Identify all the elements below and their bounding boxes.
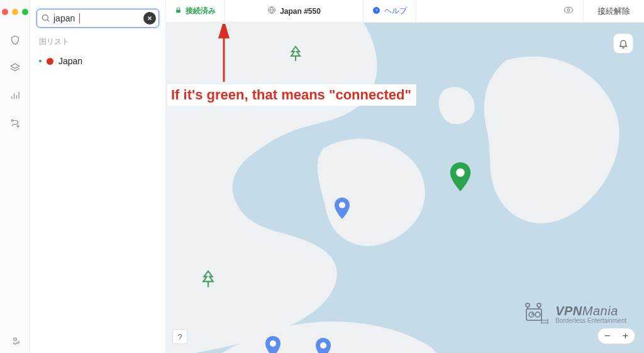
help-link[interactable]: ? ヘルプ — [364, 0, 416, 22]
main-panel: 接続済み Japan #550 ? ヘルプ 接続解除 — [166, 0, 644, 353]
svg-point-17 — [526, 303, 530, 307]
svg-point-12 — [456, 168, 465, 177]
eye-icon[interactable] — [563, 4, 574, 18]
tree-icon — [201, 269, 215, 291]
route-icon[interactable] — [5, 113, 25, 133]
text-cursor — [79, 13, 80, 23]
left-rail — [0, 0, 30, 353]
help-icon: ? — [372, 6, 380, 16]
map-pin-blue[interactable] — [265, 336, 281, 353]
bell-icon — [618, 38, 628, 48]
svg-point-11 — [320, 342, 326, 349]
globe-icon — [267, 6, 276, 16]
map-pin-blue[interactable] — [315, 338, 331, 353]
zoom-control: − + — [597, 328, 635, 344]
server-label: Japan #550 — [280, 7, 321, 16]
clear-search-button[interactable] — [143, 12, 156, 25]
server-indicator[interactable]: Japan #550 — [225, 0, 364, 22]
svg-point-8 — [567, 9, 570, 11]
flag-japan-icon — [47, 58, 53, 65]
connection-status: 接続済み — [166, 0, 225, 22]
zoom-in-button[interactable]: + — [616, 330, 635, 342]
svg-point-3 — [43, 15, 48, 21]
lock-icon — [175, 7, 182, 16]
map-help-button[interactable]: ? — [172, 329, 187, 344]
minimize-window-icon[interactable] — [12, 9, 18, 15]
svg-point-16 — [535, 312, 540, 317]
svg-point-2 — [13, 338, 16, 341]
disconnect-label: 接続解除 — [597, 6, 630, 17]
svg-point-0 — [11, 120, 13, 121]
country-list-header: 国リスト — [39, 36, 157, 47]
camera-icon — [523, 303, 549, 325]
stats-icon[interactable] — [5, 86, 25, 106]
connection-status-label: 接続済み — [186, 6, 216, 16]
settings-gear-icon[interactable] — [5, 329, 25, 349]
svg-text:?: ? — [375, 8, 377, 13]
map-pin-green-connected[interactable] — [449, 162, 472, 191]
country-item-japan[interactable]: Japan — [36, 52, 159, 70]
status-dot-icon — [39, 60, 42, 62]
watermark-tagline: Borderless Entertainment — [555, 317, 626, 324]
watermark-brand-sub: Mania — [582, 304, 618, 318]
tree-icon — [289, 45, 302, 64]
sidebar: 国リスト Japan — [30, 0, 166, 353]
topbar-right — [554, 0, 583, 22]
watermark-brand-main: VPN — [555, 304, 582, 318]
help-label: ヘルプ — [384, 6, 407, 16]
notifications-button[interactable] — [614, 34, 633, 53]
window-controls — [2, 5, 28, 26]
shield-icon[interactable] — [5, 30, 25, 50]
zoom-out-button[interactable]: − — [598, 330, 616, 342]
svg-point-18 — [537, 303, 541, 307]
annotation-text: If it's green, that means "connected" — [167, 84, 416, 106]
svg-point-7 — [564, 8, 573, 13]
map-canvas[interactable]: If it's green, that means "connected" VP… — [166, 23, 644, 353]
search-icon — [41, 13, 50, 25]
country-label: Japan — [58, 56, 82, 66]
annotation-arrow-icon — [211, 24, 236, 84]
close-window-icon[interactable] — [2, 9, 8, 15]
svg-point-1 — [17, 125, 19, 127]
svg-point-10 — [270, 340, 276, 347]
disconnect-button[interactable]: 接続解除 — [583, 0, 644, 22]
svg-point-9 — [339, 202, 345, 208]
topbar: 接続済み Japan #550 ? ヘルプ 接続解除 — [166, 0, 644, 23]
watermark: VPNMania Borderless Entertainment — [523, 303, 626, 325]
fullscreen-window-icon[interactable] — [22, 9, 28, 15]
search-container — [36, 9, 159, 28]
layers-icon[interactable] — [5, 58, 25, 78]
map-pin-blue[interactable] — [334, 198, 350, 219]
search-input[interactable] — [36, 9, 159, 28]
